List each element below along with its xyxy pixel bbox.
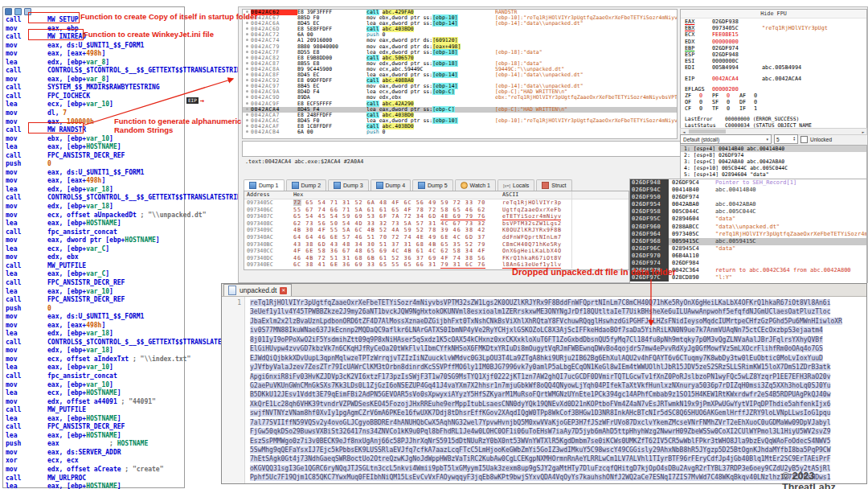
ida-listing-panel[interactable]: callMW_SETUPmoveax, ebpcallMW_INIREADmov…	[2, 6, 185, 488]
dump-pane[interactable]: Address Hex ASCII 0973405C72 65 54 71 31…	[244, 191, 629, 270]
breakpoint-dot[interactable]	[243, 95, 251, 101]
stack-row[interactable]: 026DF950026DF974	[630, 194, 866, 201]
dump-row[interactable]: 0973408C62 73 56 50 54 4D 33 32 73 5A 57…	[244, 220, 628, 228]
register-row[interactable]: EBP026DF974	[681, 45, 866, 51]
close-icon[interactable]: ✕	[280, 287, 287, 294]
ida-line: leaeax, [ebp+HOSTNAME]	[6, 432, 184, 441]
stack-row[interactable]: 026DF9540042ABA0abc.0042ABA0	[630, 201, 866, 208]
tab-label: Dump 3	[343, 183, 363, 188]
annotation-setup: Function to create Copy of itself in sta…	[80, 13, 257, 22]
dump-row[interactable]: 0973407C65 54 45 54 59 69 53 6F 7A 72 34…	[244, 213, 628, 220]
tab-label: Struct	[551, 183, 566, 188]
tab-locals[interactable]: [x=]Locals	[497, 179, 534, 191]
stack-row[interactable]: 026DF948026DF9C4Pointer to SEH_Record[1]	[630, 179, 866, 187]
ida-line: leaeax, [ebp+var_C]	[6, 270, 184, 279]
breakpoint-dot[interactable]	[243, 32, 251, 38]
argument-row[interactable]: 4: [esp+10] 005C044C abc.005C044C	[681, 165, 866, 171]
tab-dump-5[interactable]: Dump 5	[412, 179, 453, 191]
dump-row[interactable]: 097340DC46 4B 72 51 31 68 6B 61 52 36 37…	[244, 255, 628, 262]
breakpoint-dot[interactable]	[243, 129, 251, 135]
breakpoint-dot[interactable]	[243, 84, 251, 89]
register-row[interactable]: ECXFEE08E15	[681, 31, 866, 38]
tab-unpacked-dt[interactable]: unpacked.dt ✕	[223, 284, 292, 296]
dump-row[interactable]: 097340CC4F 6E 58 36 67 48 65 69 4C 4B 61…	[244, 248, 628, 255]
tab-watch-1[interactable]: Watch 1	[455, 179, 496, 191]
convention-select[interactable]: Default (stdcall) ▾	[680, 134, 772, 144]
registers-pane[interactable]: Hide FPU EAX026DF938EBX0973405C"reTq1RjH…	[680, 9, 867, 129]
stack-row[interactable]: 026DF9680059415Cabc.0059415C	[630, 238, 866, 245]
stack-row[interactable]: 026DF97006B4A110	[630, 253, 866, 260]
argument-row[interactable]: 5: [esp+14] 02894604 "data"	[681, 171, 866, 178]
breakpoint-dot[interactable]	[243, 107, 251, 113]
stack-row[interactable]: 026DF9600288ABCC"data\\unpacked.dt"	[630, 224, 866, 231]
arg-count-stepper[interactable]: 5 ▲▼	[774, 134, 798, 144]
breakpoint-dot[interactable]	[243, 89, 251, 95]
dump-row[interactable]: 0973409C4B 30 4F 55 5A 6C 4B 52 4A 59 52…	[244, 227, 628, 234]
tab-struct[interactable]: Struct	[536, 179, 571, 191]
register-row[interactable]: ESI0000000C	[681, 58, 866, 64]
stack-row[interactable]: 026DF96C028945C4"data"	[630, 245, 866, 253]
breakpoint-dot[interactable]	[243, 50, 251, 55]
dump-row[interactable]: 097340AC64 64 46 6E 57 46 51 70 72 74 4E…	[244, 234, 628, 241]
scrollbar-thumb[interactable]	[689, 129, 726, 134]
list-view-icon[interactable]	[5, 8, 12, 15]
dump-row[interactable]: 0973405C72 65 54 71 31 52 6A 48 4F 6C 56…	[244, 199, 628, 207]
breakpoint-dot[interactable]	[243, 27, 251, 32]
register-row[interactable]: EBX0973405C"reTq1RjHOlVIYr3pUgt	[681, 25, 866, 31]
argument-row[interactable]: 2: [esp+8] 026DF974	[681, 152, 866, 158]
file-text[interactable]: reTq1RjHOlVIYr3pUgtfqZaaeOxrXeFbeTETYiSo…	[245, 297, 866, 483]
breakpoint-dot[interactable]	[243, 118, 251, 124]
breakpoint-dot[interactable]	[243, 78, 251, 84]
file-text-line: swjfNVTNYzVNam8hf0XvIy1pgAgmCZrV6mA6PKEe…	[250, 409, 866, 417]
dump-tab-bar: Dump 1Dump 2Dump 3Dump 4Dump 5Watch 1[x=…	[244, 179, 572, 191]
file-content[interactable]: 1 reTq1RjHOlVIYr3pUgtfqZaaeOxrXeFbeTETYi…	[222, 297, 866, 483]
scroll-right-icon[interactable]: ►	[860, 129, 866, 134]
layout-icon[interactable]	[24, 8, 31, 15]
register-row[interactable]: EIP0042ACA4abc.0042ACA4	[681, 76, 866, 82]
ida-line: moveax, ds:U_$UNIT1_$$_FORM1	[6, 42, 184, 51]
stack-row[interactable]: 026DF974026DF984	[630, 260, 866, 267]
ida-lines: callMW_SETUPmoveax, ebpcallMW_INIREADmov…	[3, 16, 184, 489]
file-document-icon	[228, 286, 236, 295]
stack-row[interactable]: 026DF95C02894604"data"	[630, 216, 866, 223]
annotation-iniread: Function to create WinkeyJet.ini file	[84, 31, 214, 39]
scroll-left-icon[interactable]: ◄	[681, 129, 687, 134]
arguments-pane[interactable]: 1: [esp+4] 00414B40 abc.00414B402: [esp+…	[680, 145, 867, 179]
ida-line: xorecx, ecx	[6, 457, 184, 466]
stack-row[interactable]: 026DF9640973405C"reTq1RjHOlVIYr3pUgtfqZa…	[630, 231, 866, 238]
ida-line: leaecx, [ebp+HOSTNAME]	[6, 389, 184, 398]
breakpoint-dot[interactable]	[243, 124, 251, 129]
breakpoint-dot[interactable]	[243, 21, 251, 27]
argument-row[interactable]: 3: [esp+C] 0042ABA0 abc.0042ABA0	[681, 158, 866, 165]
ida-line: leaedx, [ebp+var_18]	[6, 330, 184, 339]
dump-row[interactable]: 0973406C55 67 74 66 71 5A 61 61 65 4F 78…	[244, 207, 628, 214]
register-row[interactable]: EAX026DF938	[681, 18, 866, 25]
stack-row[interactable]: 026DF958005C044Cabc.005C044C	[630, 208, 866, 216]
unlocked-checkbox[interactable]	[800, 136, 808, 143]
register-row[interactable]: EFLAGS00000200	[681, 86, 866, 92]
breakpoint-dot[interactable]	[243, 61, 251, 67]
breakpoint-dot[interactable]	[243, 44, 251, 50]
disasm-row[interactable]: 0042ACB46A 00push 0	[243, 129, 677, 135]
graph-view-icon[interactable]	[14, 8, 22, 15]
ida-line: moveax, ds:SERVER_ADDR	[6, 449, 184, 458]
breakpoint-dot[interactable]	[243, 67, 251, 72]
tab-dump-4[interactable]: Dump 4	[371, 179, 411, 191]
dump-row[interactable]: 097340BC43 38 6D 43 48 34 30 51 37 31 68…	[244, 241, 628, 249]
register-row[interactable]: ESP026DF948	[681, 51, 866, 58]
register-row[interactable]: EDX00000000	[681, 39, 866, 45]
tab-dump-3[interactable]: Dump 3	[328, 179, 369, 191]
tab-dump-1[interactable]: Dump 1	[244, 179, 285, 191]
hide-fpu-button[interactable]: Hide FPU	[681, 10, 866, 18]
argument-row[interactable]: 1: [esp+4] 00414B40 abc.00414B40	[681, 146, 866, 152]
register-row[interactable]: EDI005B4994abc.005B4994	[681, 64, 866, 71]
breakpoint-dot[interactable]	[243, 55, 251, 61]
breakpoint-dot[interactable]	[243, 113, 251, 118]
tab-dump-2[interactable]: Dump 2	[286, 179, 327, 191]
stack-row[interactable]: 026DF94C00414B40abc.00414B40	[630, 187, 866, 194]
disassembly-pane[interactable]: 0042AC62E8 39F3FFFFcall abc.429FA0RANDST…	[242, 9, 678, 139]
breakpoint-dot[interactable]	[243, 38, 251, 43]
spinner-arrows-icon[interactable]: ▲▼	[793, 137, 796, 142]
breakpoint-dot[interactable]	[243, 72, 251, 78]
breakpoint-dot[interactable]	[243, 101, 251, 107]
